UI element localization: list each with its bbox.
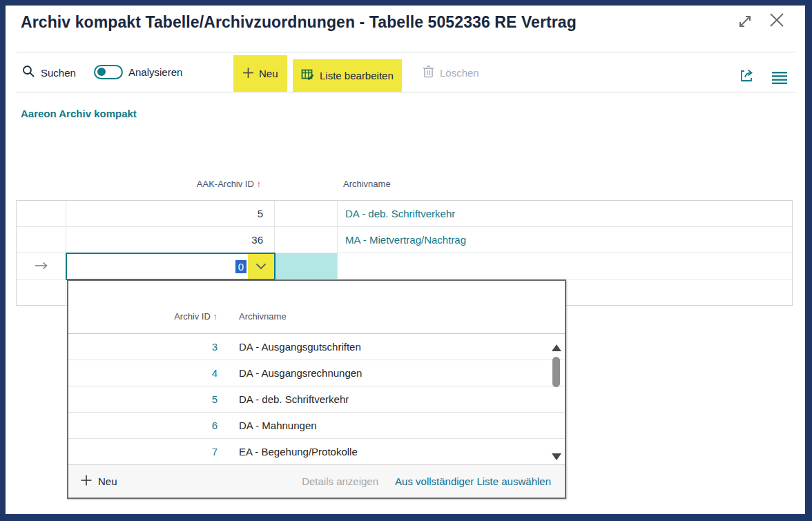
dropdown-header-label: Archiv ID [174,311,211,322]
dropdown-option[interactable]: 3 DA - Ausgangsgutschriften [68,334,565,360]
dropdown-option[interactable]: 7 EA - Begehung/Protokolle [68,439,565,465]
close-dialog-button[interactable] [766,10,787,31]
archivname-cell[interactable]: MA - Mietvertrag/Nachtrag [338,227,792,253]
sort-ascending-icon: ↑ [213,311,218,322]
archivname-cell[interactable] [338,253,792,279]
share-icon [739,68,755,86]
toggle-knob [97,68,106,76]
delete-button[interactable]: Löschen [423,65,479,80]
plus-icon [242,67,254,81]
row-selector-cell[interactable] [17,253,66,279]
option-archivname: DA - Ausgangsgutschriften [239,341,361,353]
archiv-id-lookup-dropdown: Archiv ID ↑ Archivname 3 DA - Ausgangsgu… [67,279,566,499]
table-row[interactable]: 36 MA - Mietvertrag/Nachtrag [17,227,792,253]
search-icon [22,65,35,80]
row-selector-cell[interactable] [17,201,66,226]
option-archiv-id: 5 [68,393,218,405]
analyze-toggle[interactable] [94,65,123,79]
column-header-archivname[interactable]: Archivname [343,179,391,189]
aareon-archiv-kompakt-link[interactable]: Aareon Archiv kompakt [21,108,137,119]
expand-dialog-button[interactable] [735,12,755,32]
dialog-window: Archiv kompakt Tabelle/Archivzuordnungen… [0,0,812,521]
scroll-up-icon[interactable] [552,344,561,351]
option-archivname: DA - deb. Schriftverkehr [239,393,349,405]
analyze-toggle-group[interactable]: Analysieren [94,63,182,80]
dropdown-option[interactable]: 5 DA - deb. Schriftverkehr [68,386,565,413]
edit-list-button[interactable]: Liste bearbeiten [293,59,402,92]
new-button[interactable]: Neu [233,55,287,92]
dropdown-option[interactable]: 4 DA - Ausgangsrechnungen [68,360,565,386]
highlighted-spacer-cell [275,253,338,279]
archiv-id-input[interactable]: 0 [66,253,276,280]
more-options-icon[interactable] [769,68,790,89]
dropdown-footer: Neu Details anzeigen Aus vollständiger L… [68,464,565,498]
dropdown-new-label: Neu [98,475,117,487]
chevron-down-icon [255,262,267,272]
active-row-arrow-icon [35,260,48,273]
dropdown-new-button[interactable]: Neu [81,475,117,488]
option-archiv-id: 6 [68,420,218,431]
show-details-link-disabled: Details anzeigen [302,475,378,487]
dropdown-column-header-archiv-id[interactable]: Archiv ID ↑ [68,311,218,322]
option-archiv-id: 3 [68,341,218,353]
analyze-label: Analysieren [128,66,182,78]
option-archivname: DA - Mahnungen [239,420,317,431]
column-header-aak-archiv-id[interactable]: AAK-Archiv ID ↑ [102,179,261,189]
select-from-full-list-link[interactable]: Aus vollständiger Liste auswählen [395,475,551,487]
delete-label: Löschen [440,67,479,79]
edit-list-icon [301,68,314,83]
table-row-active[interactable]: 0 [17,253,792,279]
toolbar-bottom-divider [17,92,795,92]
option-archivname: EA - Begehung/Protokolle [239,446,358,458]
page-title: Archiv kompakt Tabelle/Archivzuordnungen… [21,13,577,32]
sort-ascending-icon: ↑ [257,179,262,189]
option-archiv-id: 4 [68,367,218,379]
archiv-id-cell[interactable]: 5 [66,201,275,226]
spacer-cell [275,227,338,253]
new-label: Neu [259,68,278,79]
dropdown-toggle-button[interactable] [248,254,274,279]
spacer-cell [275,201,338,226]
dropdown-option-list: 3 DA - Ausgangsgutschriften 4 DA - Ausga… [68,334,565,465]
share-button[interactable] [736,66,757,87]
trash-icon [423,65,434,80]
table-row[interactable]: 5 DA - deb. Schriftverkehr [17,201,792,227]
row-selector-cell[interactable] [17,279,66,306]
scroll-down-icon[interactable] [552,453,561,460]
column-header-label: AAK-Archiv ID [197,179,254,189]
dropdown-scrollbar[interactable] [549,335,564,466]
edit-list-label: Liste bearbeiten [320,70,394,81]
archivname-cell[interactable]: DA - deb. Schriftverkehr [338,201,792,226]
plus-icon [81,475,92,488]
search-button[interactable]: Suchen [22,65,76,80]
scrollbar-thumb[interactable] [552,357,560,387]
option-archiv-id: 7 [68,446,218,458]
dropdown-option[interactable]: 6 DA - Mahnungen [68,413,565,439]
expand-icon [737,13,753,32]
toolbar-top-divider [17,52,795,52]
search-label: Suchen [41,67,76,79]
list-menu-icon [772,72,787,86]
archiv-id-cell[interactable]: 36 [66,227,275,253]
option-archivname: DA - Ausgangsrechnungen [239,367,362,379]
input-selected-value: 0 [235,260,246,273]
row-selector-cell[interactable] [17,227,66,253]
dropdown-column-header-archivname[interactable]: Archivname [239,311,287,322]
close-icon [768,11,786,31]
